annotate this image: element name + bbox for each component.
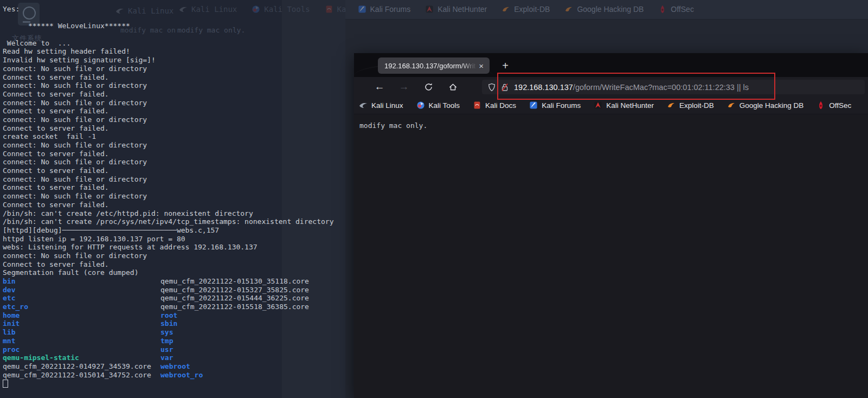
terminal-line: connect: No such file or directory bbox=[3, 192, 333, 201]
bookmark-offsec[interactable]: OffSec bbox=[816, 101, 851, 110]
terminal-line: connect: No such file or directory bbox=[3, 81, 333, 90]
terminal-listing-row: devqemu_cfm_20221122-015327_35825.core bbox=[3, 286, 333, 294]
kali-nethunter-icon bbox=[425, 5, 434, 14]
bookmark-label: OffSec bbox=[829, 101, 851, 110]
terminal-line: connect: No such file or directory bbox=[3, 65, 333, 73]
terminal-line: Welcome to ... bbox=[3, 39, 333, 48]
terminal-line: Connect to server failed. bbox=[3, 150, 333, 158]
terminal-line: /bin/sh: can't create /etc/httpd.pid: no… bbox=[3, 209, 333, 218]
bookmark-label: Exploit-DB bbox=[679, 101, 714, 110]
bookmark-kali-nethunter[interactable]: Kali NetHunter bbox=[594, 101, 654, 110]
terminal-line: Connect to server failed. bbox=[3, 166, 333, 175]
exploit-db-icon bbox=[501, 5, 510, 14]
terminal-line: [httpd][debug]──────────────────────────… bbox=[3, 226, 333, 235]
terminal-line: Connect to server failed. bbox=[3, 73, 333, 82]
terminal-line: webs: Listening for HTTP requests at add… bbox=[3, 243, 333, 252]
terminal-listing-row: homeroot bbox=[3, 311, 333, 320]
listing-entry: bin bbox=[3, 277, 15, 286]
listing-entry: tmp bbox=[160, 337, 173, 345]
new-tab-button[interactable]: + bbox=[498, 59, 512, 73]
bookmark-label: OffSec bbox=[671, 5, 694, 14]
listing-entry: home bbox=[3, 311, 20, 320]
bookmark-label: Kali Forums bbox=[542, 101, 581, 110]
google-hacking-db-icon bbox=[564, 5, 573, 14]
tab-title: 192.168.130.137/goform/Writ bbox=[384, 62, 477, 70]
terminal-line: httpd listen ip = 192.168.130.137 port =… bbox=[3, 235, 333, 243]
terminal-listing-row: qemu_cfm_20221122-014927_34539.corewebro… bbox=[3, 362, 333, 371]
listing-entry: qemu-mipsel-static bbox=[3, 354, 79, 362]
terminal-window[interactable]: 文件系统 Kali Linux Kali LinuxKali ToolsKali… bbox=[0, 0, 345, 398]
home-button[interactable] bbox=[445, 79, 461, 94]
terminal-listing-row: procusr bbox=[3, 345, 333, 354]
bookmark-kali-nethunter: Kali NetHunter bbox=[425, 5, 487, 14]
bookmark-label: Kali Linux bbox=[371, 101, 403, 110]
listing-entry: webroot bbox=[160, 362, 190, 371]
bookmark-exploit-db[interactable]: Exploit-DB bbox=[667, 101, 714, 110]
terminal-line: /bin/sh: can't create /proc/sys/net/ipv4… bbox=[3, 217, 333, 226]
bookmark-label: Kali Docs bbox=[337, 5, 345, 14]
terminal-line: Connect to server failed. bbox=[3, 260, 333, 269]
bookmark-label: Kali Forums bbox=[370, 5, 411, 14]
listing-entry: dev bbox=[3, 286, 15, 294]
terminal-listing-row: qemu_cfm_20221122-015014_34752.corewebro… bbox=[3, 371, 333, 380]
kali-tools-icon bbox=[416, 101, 425, 110]
bookmark-kali-forums: Kali Forums bbox=[358, 5, 411, 14]
offsec-icon bbox=[816, 101, 825, 110]
listing-entry: usr bbox=[160, 345, 173, 354]
bookmark-label: Kali NetHunter bbox=[438, 5, 487, 14]
bookmark-exploit-db: Exploit-DB bbox=[501, 5, 550, 14]
listing-entry: mnt bbox=[3, 337, 15, 345]
kali-dragon-icon bbox=[359, 101, 368, 110]
bookmark-label: Kali NetHunter bbox=[606, 101, 654, 110]
page-content: modify mac only. bbox=[354, 115, 868, 398]
terminal-listing-row: etc_roqemu_cfm_20221122-015518_36385.cor… bbox=[3, 303, 333, 311]
bookmark-label: Kali Tools bbox=[429, 101, 460, 110]
listing-entry: qemu_cfm_20221122-014927_34539.core bbox=[3, 362, 151, 371]
bookmark-google-hacking-db[interactable]: Google Hacking DB bbox=[727, 101, 804, 110]
screen: Kali LinuxKali ToolsKali DocsKali Forums… bbox=[0, 0, 868, 398]
listing-entry: sbin bbox=[160, 319, 177, 328]
bookmark-label: Kali Docs bbox=[485, 101, 516, 110]
listing-entry: var bbox=[160, 354, 173, 362]
terminal-line: Connect to server failed. bbox=[3, 90, 333, 99]
bookmark-kali-tools[interactable]: Kali Tools bbox=[416, 101, 460, 110]
kali-nethunter-icon bbox=[594, 101, 602, 110]
terminal-line bbox=[3, 30, 333, 39]
terminal-line: connect: No such file or directory bbox=[3, 158, 333, 166]
terminal-line: Yes: bbox=[3, 5, 333, 14]
terminal-listing-row: mnttmp bbox=[3, 337, 333, 345]
forward-button[interactable]: → bbox=[396, 79, 412, 94]
terminal-line: connect: No such file or directory bbox=[3, 115, 333, 124]
reload-button[interactable] bbox=[420, 79, 436, 94]
terminal-line: Invalid hw setting signature [sig=]! bbox=[3, 56, 333, 65]
back-button[interactable]: ← bbox=[371, 79, 388, 94]
bookmark-offsec: OffSec bbox=[658, 5, 694, 14]
bookmark-kali-docs[interactable]: Kali Docs bbox=[473, 101, 516, 110]
bookmark-google-hacking-db: Google Hacking DB bbox=[564, 5, 644, 14]
terminal-line: Read hw setting header failed! bbox=[3, 47, 333, 56]
listing-entry: init bbox=[3, 319, 20, 328]
kali-forums-icon bbox=[529, 101, 538, 110]
tab-close-icon[interactable]: × bbox=[477, 61, 485, 70]
listing-entry: qemu_cfm_20221122-015014_34752.core bbox=[3, 371, 151, 380]
terminal-line: Segmentation fault (core dumped) bbox=[3, 268, 333, 277]
listing-entry: webroot_ro bbox=[160, 371, 203, 380]
exploit-db-icon bbox=[667, 101, 676, 110]
terminal-listing-row: binqemu_cfm_20221122-015130_35118.core bbox=[3, 277, 333, 286]
bookmark-kali-dragon[interactable]: Kali Linux bbox=[359, 101, 403, 110]
terminal-line: Connect to server failed. bbox=[3, 124, 333, 133]
listing-entry: proc bbox=[3, 345, 20, 354]
terminal-listing-row: initsbin bbox=[3, 319, 333, 328]
shield-icon[interactable] bbox=[487, 83, 496, 92]
browser-tab[interactable]: 192.168.130.137/goform/Writ × bbox=[378, 57, 490, 74]
terminal-output: Yes: ****** WeLoveLinux****** Welcome to… bbox=[3, 5, 333, 388]
terminal-line: connect: No such file or directory bbox=[3, 99, 333, 107]
terminal-listing-row: etcqemu_cfm_20221122-015444_36225.core bbox=[3, 294, 333, 303]
listing-entry: etc_ro bbox=[3, 303, 28, 311]
offsec-icon bbox=[658, 5, 667, 14]
listing-entry: lib bbox=[3, 328, 15, 337]
bookmark-kali-forums[interactable]: Kali Forums bbox=[529, 101, 581, 110]
listing-entry: qemu_cfm_20221122-015130_35118.core bbox=[160, 277, 309, 286]
terminal-listing-row: libsys bbox=[3, 328, 333, 337]
page-text: modify mac only. bbox=[359, 121, 427, 130]
